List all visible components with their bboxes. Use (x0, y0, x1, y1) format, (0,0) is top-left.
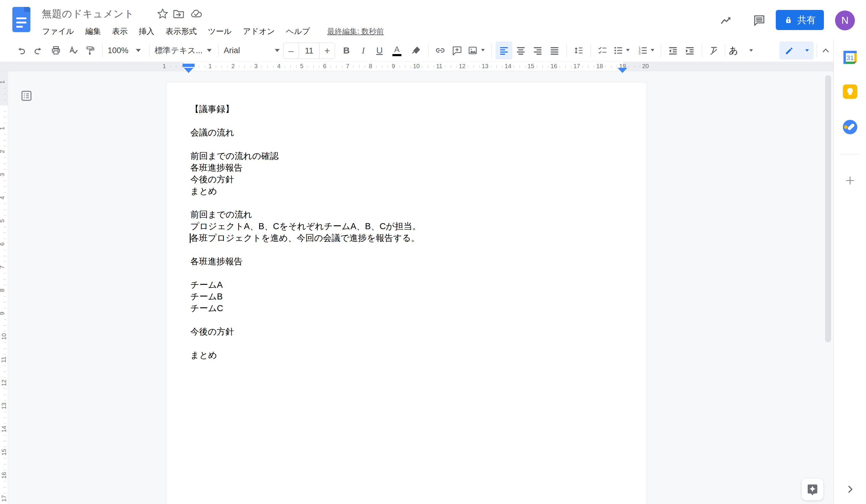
menu-view[interactable]: 表示 (112, 26, 127, 37)
lock-icon (784, 15, 793, 25)
google-calendar-icon[interactable]: 31 (842, 49, 858, 66)
insert-image-button[interactable] (464, 42, 481, 59)
bulleted-list-button[interactable] (610, 42, 627, 59)
menu-tools[interactable]: ツール (208, 26, 232, 37)
align-right-button[interactable] (529, 42, 546, 59)
insert-link-button[interactable] (432, 42, 449, 59)
toolbar-divider (566, 44, 567, 57)
clear-formatting-button[interactable] (706, 42, 722, 59)
ruler-tick (4, 458, 6, 458)
ruler-number: 15 (528, 63, 534, 70)
bulleted-list-chevron[interactable] (626, 49, 630, 51)
insights-icon[interactable] (720, 14, 733, 27)
undo-button[interactable] (13, 42, 30, 59)
toolbar-divider (702, 44, 702, 57)
increase-font-size-button[interactable]: + (320, 43, 335, 59)
align-justify-button[interactable] (546, 42, 563, 59)
align-center-button[interactable] (512, 42, 529, 59)
italic-button[interactable]: I (355, 42, 372, 59)
toolbar-divider (817, 44, 817, 57)
menu-help[interactable]: ヘルプ (286, 26, 310, 37)
text-color-button[interactable]: A (388, 42, 406, 59)
text-cursor (190, 233, 191, 243)
checklist-button[interactable] (594, 42, 611, 59)
document-text: 【議事録】会議の流れ前回までの流れの確認各班進捗報告今後の方針まとめ前回までの流… (190, 103, 626, 361)
underline-button[interactable]: U (371, 42, 388, 59)
ruler-tick (365, 66, 365, 68)
ruler-number: 6 (323, 63, 326, 70)
add-comment-button[interactable] (449, 42, 465, 59)
decrease-font-size-button[interactable]: – (284, 43, 299, 59)
numbered-list-button[interactable]: 1 2 3 (634, 42, 651, 59)
numbered-list-chevron[interactable] (651, 49, 654, 51)
doc-line: 今後の方針 (190, 326, 626, 337)
doc-line: プロジェクトA、B、CをそれぞれチームA、B、Cが担当。 (190, 220, 626, 232)
star-icon[interactable] (157, 8, 169, 20)
ruler-tick (176, 65, 176, 68)
ruler-tick (3, 210, 6, 210)
ruler-tick (3, 348, 6, 349)
left-indent-marker[interactable] (184, 68, 193, 73)
first-line-indent-marker[interactable] (182, 64, 195, 67)
font-size-value[interactable]: 11 (299, 43, 320, 59)
spellcheck-button[interactable] (65, 42, 82, 59)
ruler-tick (319, 66, 319, 68)
zoom-select[interactable]: 100% (108, 42, 141, 59)
doc-line: 各班プロジェクトを進め、今回の会議で進捗を報告する。 (190, 232, 626, 244)
ruler-number: 13 (1, 402, 8, 409)
document-title[interactable]: 無題のドキュメント (42, 7, 134, 21)
account-avatar[interactable]: N (835, 11, 855, 30)
paint-format-button[interactable] (82, 42, 99, 59)
ruler-tick (4, 400, 6, 401)
highlight-color-button[interactable] (408, 42, 425, 59)
ruler-number: 9 (392, 63, 395, 70)
ruler-tick (239, 66, 239, 68)
line-spacing-button[interactable] (570, 42, 587, 59)
google-docs-logo[interactable] (12, 7, 31, 32)
ruler-tick (3, 325, 6, 325)
styles-select[interactable]: 標準テキス... (155, 42, 212, 59)
increase-indent-button[interactable] (681, 42, 698, 59)
decrease-indent-button[interactable] (665, 42, 681, 59)
ruler-tick (525, 66, 526, 68)
move-folder-icon[interactable] (173, 8, 185, 20)
ruler-tick (4, 123, 6, 123)
ruler-tick (3, 464, 6, 465)
ruler-tick (4, 134, 6, 135)
menu-addons[interactable]: アドオン (243, 26, 275, 37)
ruler-tick (4, 470, 6, 470)
hide-side-panel-chevron[interactable] (845, 484, 855, 494)
redo-button[interactable] (30, 42, 47, 59)
share-button[interactable]: 共有 (776, 10, 824, 30)
font-select[interactable]: Arial (224, 42, 280, 59)
vertical-scrollbar[interactable] (825, 75, 831, 342)
ruler-tick (336, 65, 336, 68)
input-tools-button[interactable]: あ (729, 42, 753, 59)
print-button[interactable] (47, 42, 64, 59)
bold-button[interactable]: B (338, 42, 355, 59)
toolbar-divider (428, 44, 429, 57)
ruler-tick (3, 418, 6, 418)
cloud-saved-icon[interactable] (190, 8, 202, 20)
get-addons-button[interactable] (845, 175, 855, 186)
document-page[interactable]: 【議事録】会議の流れ前回までの流れの確認各班進捗報告今後の方針まとめ前回までの流… (166, 82, 647, 504)
menu-file[interactable]: ファイル (42, 26, 74, 37)
menu-edit[interactable]: 編集 (85, 26, 101, 37)
align-left-button[interactable] (496, 42, 512, 59)
comments-icon[interactable] (753, 14, 766, 27)
ruler-tick (204, 66, 205, 68)
collapse-menus-button[interactable] (817, 42, 834, 59)
google-keep-icon[interactable] (842, 83, 858, 100)
editing-mode-button[interactable] (779, 42, 814, 59)
menu-format[interactable]: 表示形式 (165, 26, 197, 37)
last-edit-link[interactable]: 最終編集: 数秒前 (327, 26, 384, 36)
show-outline-button[interactable] (20, 89, 33, 102)
ruler-tick (4, 239, 6, 239)
google-tasks-icon[interactable] (842, 119, 858, 136)
explore-button[interactable] (801, 478, 824, 501)
ruler-number: 3 (0, 173, 6, 176)
right-indent-marker[interactable] (618, 68, 627, 73)
image-options-chevron[interactable] (481, 49, 485, 51)
doc-line (190, 244, 626, 255)
menu-insert[interactable]: 挿入 (138, 26, 154, 37)
